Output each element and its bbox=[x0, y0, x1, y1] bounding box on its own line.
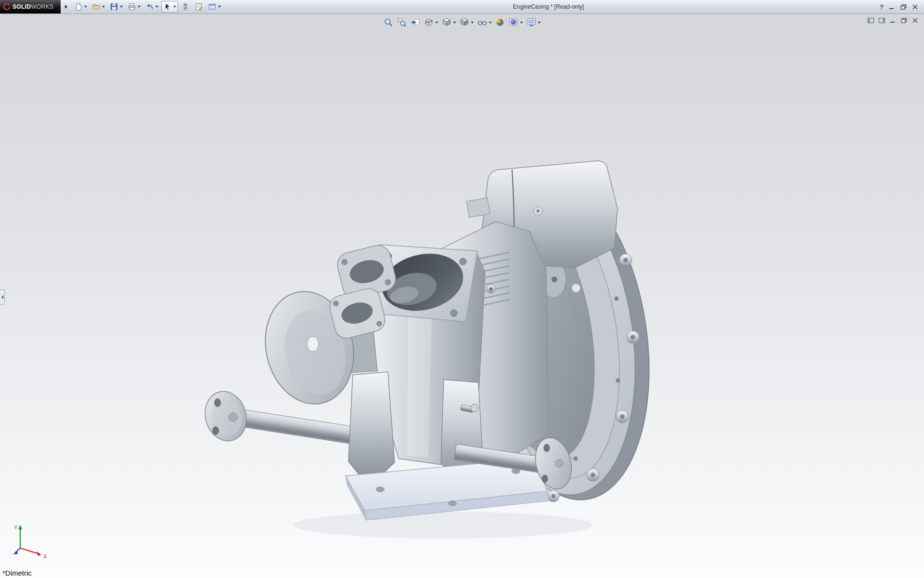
feature-manager-collapsed-tab[interactable] bbox=[0, 289, 5, 305]
dropdown-arrow-icon bbox=[453, 22, 456, 24]
print-button[interactable] bbox=[126, 1, 142, 13]
view-orientation-button[interactable] bbox=[441, 17, 457, 28]
undo-button[interactable] bbox=[143, 1, 160, 13]
dropdown-arrow-icon bbox=[218, 6, 221, 8]
dropdown-arrow-icon bbox=[173, 6, 176, 8]
new-document-button[interactable] bbox=[72, 1, 89, 13]
x-axis-label: X bbox=[43, 553, 47, 559]
heads-up-view-toolbar bbox=[383, 17, 542, 28]
dropdown-arrow-icon bbox=[520, 22, 523, 24]
y-axis-arrow bbox=[18, 525, 22, 529]
dropdown-arrow-icon bbox=[436, 22, 438, 24]
edit-appearance-button[interactable] bbox=[494, 17, 506, 28]
glasses-icon bbox=[477, 17, 488, 27]
scene-icon bbox=[509, 17, 519, 27]
previous-view-icon bbox=[411, 17, 421, 27]
view-settings-button[interactable] bbox=[526, 17, 542, 28]
previous-view-button[interactable] bbox=[410, 17, 422, 28]
titlebar: SOLIDWORKS bbox=[0, 0, 924, 14]
engine-casing-model[interactable] bbox=[0, 14, 924, 578]
hide-show-items-button[interactable] bbox=[476, 17, 493, 28]
undo-icon bbox=[145, 2, 154, 11]
open-folder-icon bbox=[92, 2, 101, 11]
dropdown-arrow-icon bbox=[471, 22, 474, 24]
close-icon bbox=[912, 4, 918, 10]
close-doc-button[interactable] bbox=[912, 18, 918, 23]
view-orientation-cube-icon bbox=[442, 17, 452, 27]
minimize-doc-button[interactable] bbox=[890, 18, 896, 23]
dropdown-arrow-icon bbox=[538, 22, 541, 24]
document-window-controls bbox=[868, 18, 918, 23]
restore-icon bbox=[900, 4, 907, 10]
section-view-button[interactable] bbox=[423, 17, 439, 28]
options-button[interactable] bbox=[206, 1, 223, 13]
close-icon bbox=[912, 18, 918, 23]
close-button[interactable] bbox=[912, 4, 918, 10]
zoom-to-area-button[interactable] bbox=[396, 17, 408, 28]
restore-icon bbox=[901, 18, 907, 23]
rebuild-button[interactable] bbox=[179, 1, 192, 13]
file-properties-button[interactable] bbox=[192, 1, 205, 13]
pane-left-icon bbox=[868, 18, 874, 23]
dassault-3ds-logo-icon bbox=[3, 3, 11, 11]
minimize-button[interactable] bbox=[889, 4, 895, 10]
graphics-viewport[interactable]: Y X *Dimetric bbox=[0, 14, 924, 578]
solidworks-logo: SOLIDWORKS bbox=[0, 0, 61, 13]
open-button[interactable] bbox=[90, 1, 107, 13]
model-shadow bbox=[294, 512, 592, 539]
view-orientation-label: *Dimetric bbox=[2, 569, 32, 577]
zoom-to-fit-button[interactable] bbox=[383, 17, 395, 28]
new-document-icon bbox=[74, 2, 83, 11]
options-window-icon bbox=[208, 2, 217, 11]
dropdown-arrow-icon bbox=[155, 6, 158, 8]
main-toolbar bbox=[72, 1, 223, 13]
file-properties-icon bbox=[194, 2, 203, 11]
apply-scene-button[interactable] bbox=[508, 17, 524, 28]
expand-panel-arrow-icon bbox=[1, 295, 3, 299]
display-style-icon bbox=[460, 17, 470, 27]
dropdown-arrow-icon bbox=[102, 6, 105, 8]
select-button[interactable] bbox=[161, 1, 178, 13]
dropdown-arrow-icon bbox=[84, 6, 87, 8]
display-style-button[interactable] bbox=[459, 17, 475, 28]
help-button[interactable]: ? bbox=[880, 4, 884, 10]
zoom-to-fit-icon bbox=[384, 17, 394, 27]
minimize-icon bbox=[890, 18, 896, 23]
left-axle[interactable] bbox=[199, 386, 370, 446]
pane-left-button[interactable] bbox=[868, 18, 874, 23]
save-icon bbox=[110, 2, 118, 11]
save-button[interactable] bbox=[108, 1, 125, 13]
zoom-to-area-icon bbox=[397, 17, 407, 27]
solidworks-window: SOLIDWORKS bbox=[0, 0, 924, 578]
toolbar-grip-icon[interactable] bbox=[65, 5, 67, 9]
pane-right-button[interactable] bbox=[879, 18, 885, 23]
select-cursor-icon bbox=[163, 2, 172, 11]
print-icon bbox=[128, 2, 136, 11]
dropdown-arrow-icon bbox=[138, 6, 141, 8]
pane-right-icon bbox=[879, 18, 885, 23]
maximize-button[interactable] bbox=[900, 4, 907, 10]
x-axis-arrow bbox=[37, 552, 41, 556]
section-view-icon bbox=[424, 17, 434, 27]
logo-text: SOLIDWORKS bbox=[13, 3, 53, 10]
minimize-icon bbox=[889, 4, 895, 10]
restore-doc-button[interactable] bbox=[901, 18, 907, 23]
y-axis-label: Y bbox=[14, 525, 18, 530]
window-title: EngineCasing * [Read-only] bbox=[223, 3, 874, 10]
orientation-triad: Y X bbox=[11, 521, 51, 562]
dropdown-arrow-icon bbox=[489, 22, 492, 24]
dropdown-arrow-icon bbox=[120, 6, 123, 8]
window-controls: ? bbox=[874, 4, 924, 10]
appearance-ball-icon bbox=[495, 17, 505, 27]
view-settings-icon bbox=[526, 17, 537, 27]
rebuild-icon bbox=[181, 2, 190, 11]
